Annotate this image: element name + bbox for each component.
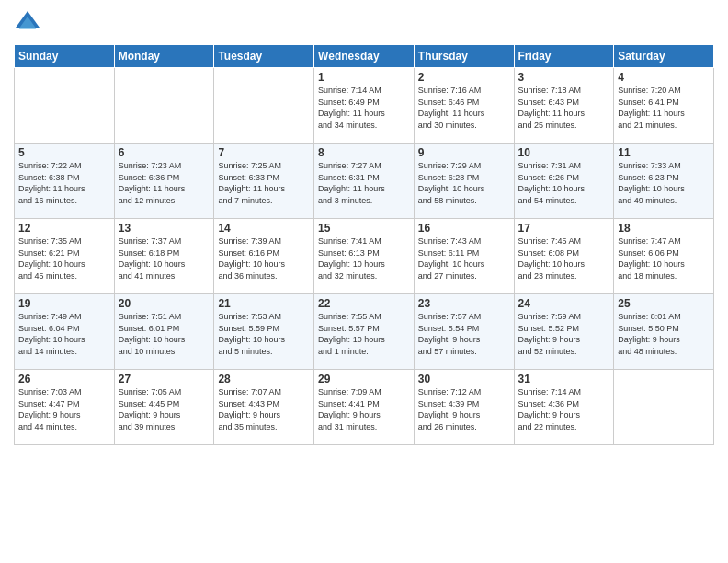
page-container: SundayMondayTuesdayWednesdayThursdayFrid… — [0, 0, 728, 563]
day-number: 30 — [418, 373, 510, 385]
calendar-cell: 20Sunrise: 7:51 AM Sunset: 6:01 PM Dayli… — [114, 294, 214, 370]
day-info: Sunrise: 7:07 AM Sunset: 4:43 PM Dayligh… — [218, 386, 310, 432]
calendar-cell: 31Sunrise: 7:14 AM Sunset: 4:36 PM Dayli… — [514, 370, 614, 445]
calendar-cell: 19Sunrise: 7:49 AM Sunset: 6:04 PM Dayli… — [15, 294, 115, 370]
day-number: 28 — [218, 373, 310, 385]
day-header: Sunday — [15, 45, 115, 68]
day-info: Sunrise: 7:53 AM Sunset: 5:59 PM Dayligh… — [218, 311, 310, 357]
day-info: Sunrise: 7:57 AM Sunset: 5:54 PM Dayligh… — [418, 311, 510, 357]
calendar-cell: 7Sunrise: 7:25 AM Sunset: 6:33 PM Daylig… — [214, 144, 314, 219]
day-number: 18 — [618, 222, 710, 235]
day-info: Sunrise: 7:47 AM Sunset: 6:06 PM Dayligh… — [618, 236, 710, 282]
day-info: Sunrise: 7:59 AM Sunset: 5:52 PM Dayligh… — [518, 311, 610, 357]
day-number: 11 — [618, 146, 710, 159]
calendar-header-row: SundayMondayTuesdayWednesdayThursdayFrid… — [15, 45, 714, 68]
day-number: 17 — [518, 222, 610, 235]
calendar: SundayMondayTuesdayWednesdayThursdayFrid… — [14, 44, 714, 445]
calendar-cell: 5Sunrise: 7:22 AM Sunset: 6:38 PM Daylig… — [15, 144, 115, 219]
day-header: Monday — [114, 45, 214, 68]
day-number: 21 — [218, 297, 310, 310]
day-number: 13 — [119, 222, 210, 235]
day-header: Tuesday — [214, 45, 314, 68]
day-info: Sunrise: 7:14 AM Sunset: 4:36 PM Dayligh… — [518, 386, 610, 432]
day-number: 1 — [318, 71, 410, 84]
day-number: 12 — [18, 222, 110, 235]
day-info: Sunrise: 7:22 AM Sunset: 6:38 PM Dayligh… — [18, 160, 110, 206]
day-number: 10 — [518, 146, 610, 159]
day-number: 29 — [318, 373, 410, 385]
day-number: 24 — [518, 297, 610, 310]
day-info: Sunrise: 7:03 AM Sunset: 4:47 PM Dayligh… — [18, 386, 110, 432]
day-number: 27 — [119, 373, 210, 385]
calendar-cell: 10Sunrise: 7:31 AM Sunset: 6:26 PM Dayli… — [514, 144, 614, 219]
day-info: Sunrise: 7:39 AM Sunset: 6:16 PM Dayligh… — [218, 236, 310, 282]
calendar-cell: 13Sunrise: 7:37 AM Sunset: 6:18 PM Dayli… — [114, 219, 214, 294]
day-number: 9 — [418, 146, 510, 159]
day-info: Sunrise: 7:14 AM Sunset: 6:49 PM Dayligh… — [318, 85, 410, 131]
day-header: Wednesday — [314, 45, 415, 68]
page-header — [14, 9, 714, 37]
day-info: Sunrise: 7:20 AM Sunset: 6:41 PM Dayligh… — [618, 85, 710, 131]
calendar-week-row: 5Sunrise: 7:22 AM Sunset: 6:38 PM Daylig… — [15, 144, 714, 219]
day-info: Sunrise: 7:09 AM Sunset: 4:41 PM Dayligh… — [318, 386, 410, 432]
day-number: 5 — [18, 146, 110, 159]
day-number: 8 — [318, 146, 410, 159]
day-info: Sunrise: 7:23 AM Sunset: 6:36 PM Dayligh… — [119, 160, 210, 206]
day-number: 26 — [18, 373, 110, 385]
day-number: 20 — [119, 297, 210, 310]
calendar-week-row: 19Sunrise: 7:49 AM Sunset: 6:04 PM Dayli… — [15, 294, 714, 370]
calendar-cell: 9Sunrise: 7:29 AM Sunset: 6:28 PM Daylig… — [414, 144, 514, 219]
calendar-cell: 16Sunrise: 7:43 AM Sunset: 6:11 PM Dayli… — [414, 219, 514, 294]
day-info: Sunrise: 7:18 AM Sunset: 6:43 PM Dayligh… — [518, 85, 610, 131]
calendar-cell: 23Sunrise: 7:57 AM Sunset: 5:54 PM Dayli… — [414, 294, 514, 370]
day-header: Saturday — [614, 45, 714, 68]
calendar-cell: 11Sunrise: 7:33 AM Sunset: 6:23 PM Dayli… — [614, 144, 714, 219]
calendar-cell — [614, 370, 714, 445]
day-info: Sunrise: 8:01 AM Sunset: 5:50 PM Dayligh… — [618, 311, 710, 357]
calendar-week-row: 12Sunrise: 7:35 AM Sunset: 6:21 PM Dayli… — [15, 219, 714, 294]
day-info: Sunrise: 7:37 AM Sunset: 6:18 PM Dayligh… — [119, 236, 210, 282]
day-info: Sunrise: 7:25 AM Sunset: 6:33 PM Dayligh… — [218, 160, 310, 206]
day-info: Sunrise: 7:12 AM Sunset: 4:39 PM Dayligh… — [418, 386, 510, 432]
calendar-cell: 17Sunrise: 7:45 AM Sunset: 6:08 PM Dayli… — [514, 219, 614, 294]
calendar-cell: 22Sunrise: 7:55 AM Sunset: 5:57 PM Dayli… — [314, 294, 415, 370]
calendar-cell: 29Sunrise: 7:09 AM Sunset: 4:41 PM Dayli… — [314, 370, 415, 445]
calendar-cell: 24Sunrise: 7:59 AM Sunset: 5:52 PM Dayli… — [514, 294, 614, 370]
day-info: Sunrise: 7:27 AM Sunset: 6:31 PM Dayligh… — [318, 160, 410, 206]
calendar-cell — [114, 68, 214, 144]
calendar-cell: 26Sunrise: 7:03 AM Sunset: 4:47 PM Dayli… — [15, 370, 115, 445]
calendar-cell — [214, 68, 314, 144]
logo — [14, 9, 45, 37]
day-number: 31 — [518, 373, 610, 385]
day-info: Sunrise: 7:55 AM Sunset: 5:57 PM Dayligh… — [318, 311, 410, 357]
calendar-cell: 12Sunrise: 7:35 AM Sunset: 6:21 PM Dayli… — [15, 219, 115, 294]
day-number: 19 — [18, 297, 110, 310]
calendar-cell: 2Sunrise: 7:16 AM Sunset: 6:46 PM Daylig… — [414, 68, 514, 144]
day-number: 25 — [618, 297, 710, 310]
calendar-cell: 4Sunrise: 7:20 AM Sunset: 6:41 PM Daylig… — [614, 68, 714, 144]
day-header: Friday — [514, 45, 614, 68]
day-number: 2 — [418, 71, 510, 84]
day-number: 15 — [318, 222, 410, 235]
day-number: 4 — [618, 71, 710, 84]
day-info: Sunrise: 7:05 AM Sunset: 4:45 PM Dayligh… — [119, 386, 210, 432]
calendar-cell: 25Sunrise: 8:01 AM Sunset: 5:50 PM Dayli… — [614, 294, 714, 370]
calendar-cell: 3Sunrise: 7:18 AM Sunset: 6:43 PM Daylig… — [514, 68, 614, 144]
calendar-cell: 30Sunrise: 7:12 AM Sunset: 4:39 PM Dayli… — [414, 370, 514, 445]
calendar-week-row: 1Sunrise: 7:14 AM Sunset: 6:49 PM Daylig… — [15, 68, 714, 144]
day-number: 3 — [518, 71, 610, 84]
day-info: Sunrise: 7:41 AM Sunset: 6:13 PM Dayligh… — [318, 236, 410, 282]
calendar-cell: 14Sunrise: 7:39 AM Sunset: 6:16 PM Dayli… — [214, 219, 314, 294]
day-info: Sunrise: 7:29 AM Sunset: 6:28 PM Dayligh… — [418, 160, 510, 206]
day-info: Sunrise: 7:45 AM Sunset: 6:08 PM Dayligh… — [518, 236, 610, 282]
calendar-cell: 8Sunrise: 7:27 AM Sunset: 6:31 PM Daylig… — [314, 144, 415, 219]
day-info: Sunrise: 7:43 AM Sunset: 6:11 PM Dayligh… — [418, 236, 510, 282]
day-number: 23 — [418, 297, 510, 310]
day-info: Sunrise: 7:16 AM Sunset: 6:46 PM Dayligh… — [418, 85, 510, 131]
day-info: Sunrise: 7:51 AM Sunset: 6:01 PM Dayligh… — [119, 311, 210, 357]
calendar-cell — [15, 68, 115, 144]
calendar-week-row: 26Sunrise: 7:03 AM Sunset: 4:47 PM Dayli… — [15, 370, 714, 445]
day-header: Thursday — [414, 45, 514, 68]
calendar-cell: 18Sunrise: 7:47 AM Sunset: 6:06 PM Dayli… — [614, 219, 714, 294]
day-info: Sunrise: 7:49 AM Sunset: 6:04 PM Dayligh… — [18, 311, 110, 357]
